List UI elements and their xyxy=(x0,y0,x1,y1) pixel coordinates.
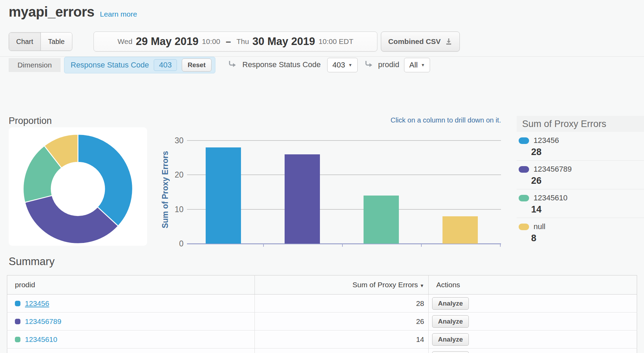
actions-cell: Analyze xyxy=(429,349,637,353)
drilldown-hint: Click on a column to drill down on it. xyxy=(391,116,501,124)
x-axis-tick xyxy=(500,244,501,247)
drilldown-2-value: All xyxy=(409,61,418,70)
donut-chart xyxy=(9,127,147,246)
caret-down-icon: ▼ xyxy=(421,63,425,67)
table-row-null: null8Analyze xyxy=(7,349,637,353)
legend-swatch-icon xyxy=(519,195,529,201)
legend-value: 14 xyxy=(531,204,644,215)
row-swatch-icon xyxy=(15,319,20,324)
date-range-separator: – xyxy=(224,36,233,47)
bar-123456[interactable] xyxy=(206,147,241,244)
sum-of-proxy-errors-cell: 28 xyxy=(255,295,429,313)
prodid-cell: 12345610 xyxy=(7,331,255,349)
reset-filter-button[interactable]: Reset xyxy=(182,58,212,72)
table-row-12345610: 1234561014Analyze xyxy=(7,331,637,349)
legend-value: 8 xyxy=(531,233,644,244)
bar-123456789[interactable] xyxy=(285,154,320,244)
y-tick-label-0: 0 xyxy=(158,239,184,248)
prodid-cell: null xyxy=(7,349,255,353)
row-swatch-icon xyxy=(15,301,20,306)
download-icon xyxy=(445,38,453,45)
column-header-actions: Actions xyxy=(429,275,637,295)
drilldown-arrow-icon xyxy=(227,60,237,69)
dimension-label: Dimension xyxy=(9,58,61,72)
x-axis-tick xyxy=(342,244,343,247)
caret-down-icon: ▼ xyxy=(348,63,352,67)
analyze-button-123456[interactable]: Analyze xyxy=(432,297,469,310)
legend-label: 12345610 xyxy=(534,193,567,202)
legend-label: 123456 xyxy=(534,136,559,145)
prodid-link-12345610[interactable]: 12345610 xyxy=(25,335,57,344)
analyze-button-123456789[interactable]: Analyze xyxy=(432,315,469,328)
summary-table: prodid Sum of Proxy Errors▼ Actions 1234… xyxy=(7,275,637,353)
proportion-donut-panel xyxy=(9,127,147,246)
bar-12345610[interactable] xyxy=(364,196,399,244)
legend-swatch-icon xyxy=(519,224,529,230)
column-header-sum-of-proxy-errors[interactable]: Sum of Proxy Errors▼ xyxy=(255,275,429,295)
chart-view-button[interactable]: Chart xyxy=(9,33,41,51)
sum-of-proxy-errors-cell: 14 xyxy=(255,331,429,349)
combined-csv-label: Combined CSV xyxy=(388,37,441,46)
table-row-123456789: 12345678926Analyze xyxy=(7,313,637,331)
bar-null[interactable] xyxy=(442,216,478,244)
legend-label: null xyxy=(534,222,545,231)
legend-title: Sum of Proxy Errors xyxy=(517,116,644,132)
sum-of-proxy-errors-cell: 8 xyxy=(255,349,429,353)
start-date: 29 May 2019 xyxy=(136,35,198,48)
legend-label: 123456789 xyxy=(534,165,572,174)
legend-value: 26 xyxy=(531,175,644,186)
legend-items: 12345628123456789261234561014null8 xyxy=(517,132,644,246)
legend-swatch-icon xyxy=(519,137,529,144)
analyze-button-12345610[interactable]: Analyze xyxy=(432,333,469,346)
legend-item-12345610: 1234561014 xyxy=(517,189,644,218)
prodid-link-123456789[interactable]: 123456789 xyxy=(25,317,61,326)
legend-item-123456: 12345628 xyxy=(517,132,644,161)
y-tick-label-10: 10 xyxy=(158,205,184,214)
donut-slice-123456[interactable] xyxy=(78,134,133,226)
table-row-123456: 12345628Analyze xyxy=(7,295,637,313)
y-tick-label-20: 20 xyxy=(158,170,184,180)
legend-item-123456789: 12345678926 xyxy=(517,161,644,189)
active-filter-value-chip: 403 xyxy=(154,59,177,71)
active-filter-pill[interactable]: Response Status Code 403 Reset xyxy=(64,57,215,73)
prodid-link-123456[interactable]: 123456 xyxy=(25,299,49,308)
learn-more-link[interactable]: Learn more xyxy=(100,10,137,18)
summary-title: Summary xyxy=(9,255,55,268)
legend-item-null: null8 xyxy=(517,218,644,246)
row-swatch-icon xyxy=(15,337,20,342)
active-filter-name: Response Status Code xyxy=(71,61,149,70)
x-axis-tick xyxy=(421,244,422,247)
drilldown-2-label: prodid xyxy=(378,60,399,69)
end-day: Thu xyxy=(236,37,249,46)
proportion-label: Proportion xyxy=(9,116,52,126)
page-title: myapi_errors xyxy=(9,4,94,20)
legend-value: 28 xyxy=(531,147,644,157)
actions-cell: Analyze xyxy=(429,313,637,331)
dashboard: myapi_errors Learn more Chart Table Wed … xyxy=(0,0,644,353)
combined-csv-button[interactable]: Combined CSV xyxy=(381,31,460,52)
legend-swatch-icon xyxy=(519,166,529,173)
table-view-button[interactable]: Table xyxy=(41,33,72,51)
gridline-30 xyxy=(187,140,501,141)
sum-of-proxy-errors-cell: 26 xyxy=(255,313,429,331)
prodid-cell: 123456 xyxy=(7,295,255,313)
bar-chart-plot xyxy=(187,141,501,244)
sort-desc-icon: ▼ xyxy=(420,283,424,288)
drilldown-1-value: 403 xyxy=(332,61,345,70)
actions-cell: Analyze xyxy=(429,295,637,313)
drilldown-2-select[interactable]: All ▼ xyxy=(404,58,430,72)
drilldown-1-label: Response Status Code xyxy=(242,60,321,69)
y-tick-label-30: 30 xyxy=(158,136,184,145)
analyze-button-null[interactable]: Analyze xyxy=(432,351,469,353)
header: myapi_errors Learn more xyxy=(9,4,137,20)
start-day: Wed xyxy=(118,37,133,46)
chart-legend: Sum of Proxy Errors 12345628123456789261… xyxy=(517,116,644,246)
drilldown-1-select[interactable]: 403 ▼ xyxy=(327,58,358,72)
prodid-cell: 123456789 xyxy=(7,313,255,331)
x-axis-tick xyxy=(263,244,264,247)
actions-cell: Analyze xyxy=(429,331,637,349)
start-time: 10:00 xyxy=(202,37,220,46)
bar-chart-y-ticks: 0102030 xyxy=(158,141,184,244)
date-range-picker[interactable]: Wed 29 May 2019 10:00 – Thu 30 May 2019 … xyxy=(93,31,377,52)
end-date: 30 May 2019 xyxy=(252,35,315,48)
